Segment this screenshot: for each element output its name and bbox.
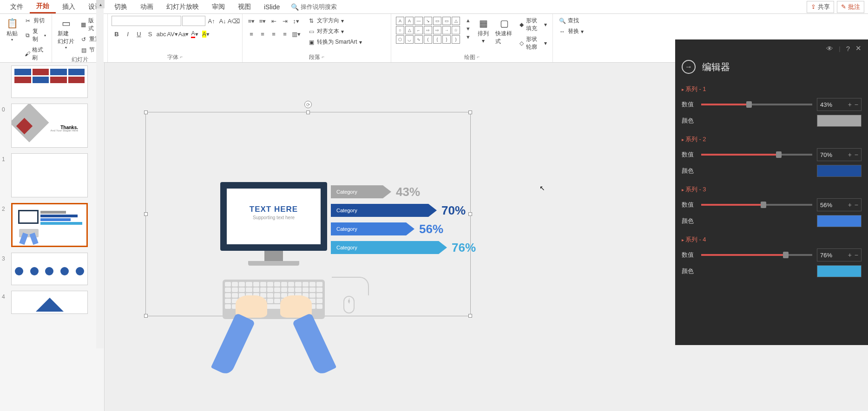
shapes-gallery[interactable]: AA—↘▭▭△ ○△⌐⇨⇨→☆ ⬡◡∿({}) — [395, 16, 461, 45]
resize-handle[interactable] — [144, 111, 148, 114]
shape-outline-button[interactable]: ◇形状轮廓▾ — [517, 34, 549, 52]
value-increase[interactable]: + — [848, 151, 852, 158]
expand-drawing[interactable]: ⌐ — [477, 54, 480, 59]
value-increase[interactable]: + — [848, 101, 852, 108]
close-icon[interactable]: ✕ — [855, 44, 861, 52]
shapes-more2[interactable]: ▾ — [463, 24, 473, 33]
resize-handle[interactable] — [468, 111, 472, 114]
resize-handle[interactable] — [144, 212, 148, 216]
tab-view[interactable]: 视图 — [231, 1, 257, 13]
highlight-button[interactable]: A▾ — [201, 29, 211, 39]
slide-thumb[interactable]: Thanks. And Your Slogan Here — [11, 104, 88, 148]
slide-thumbnails[interactable]: 0 Thanks. And Your Slogan Here 1 2 — [0, 63, 105, 411]
justify-button[interactable]: ≡ — [280, 29, 290, 39]
italic-button[interactable]: I — [123, 29, 133, 39]
align-center-button[interactable]: ≡ — [257, 29, 268, 39]
bold-button[interactable]: B — [112, 29, 122, 39]
editor-arrow-icon[interactable]: → — [682, 60, 696, 74]
tab-review[interactable]: 审阅 — [205, 1, 231, 13]
expand-paragraph[interactable]: ⌐ — [322, 54, 325, 59]
series-header[interactable]: 系列 - 4 — [682, 233, 861, 247]
font-color-button[interactable]: A▾ — [190, 29, 200, 39]
clear-format-button[interactable]: A⌫ — [229, 16, 239, 26]
align-text-button[interactable]: ▭对齐文本▾ — [306, 26, 364, 36]
share-button[interactable]: ⇪共享 — [807, 1, 834, 13]
series-header[interactable]: 系列 - 1 — [682, 82, 861, 96]
help-icon[interactable]: ? — [846, 45, 850, 52]
comment-button[interactable]: ✎批注 — [837, 1, 864, 13]
value-slider[interactable] — [701, 154, 812, 156]
case-button[interactable]: Aa▾ — [178, 29, 189, 39]
value-input[interactable]: 76% +− — [817, 248, 861, 261]
value-slider[interactable] — [701, 254, 812, 256]
series-header[interactable]: 系列 - 2 — [682, 132, 861, 146]
spacing-button[interactable]: AV▾ — [167, 29, 178, 39]
tab-insert[interactable]: 插入 — [56, 1, 82, 13]
color-picker[interactable] — [817, 165, 861, 177]
bullets-button[interactable]: ≡▾ — [246, 16, 256, 26]
text-direction-button[interactable]: ⇅文字方向▾ — [306, 16, 364, 26]
tab-slideshow[interactable]: 幻灯片放映 — [160, 1, 205, 13]
value-decrease[interactable]: − — [855, 101, 858, 108]
shapes-more3[interactable]: ▾ — [463, 33, 473, 41]
tell-me-search[interactable]: 🔍 操作说明搜索 — [286, 3, 337, 11]
decrease-font-button[interactable]: A↓ — [217, 16, 228, 26]
resize-handle[interactable] — [144, 314, 148, 318]
tab-file[interactable]: 文件 — [4, 1, 30, 13]
expand-font[interactable]: ⌐ — [180, 54, 183, 59]
tab-home[interactable]: 开始 — [30, 0, 56, 13]
convert-smartart-button[interactable]: ▣转换为 SmartArt▾ — [306, 37, 364, 47]
indent-dec-button[interactable]: ⇤ — [269, 16, 279, 26]
format-painter-button[interactable]: 🖌格式刷 — [22, 45, 48, 63]
value-input[interactable]: 56% +− — [817, 198, 861, 211]
slide-thumb[interactable] — [11, 253, 88, 285]
slide-thumb[interactable] — [11, 291, 88, 314]
underline-button[interactable]: U — [134, 29, 144, 39]
shadow-button[interactable]: abc — [156, 29, 166, 39]
columns-button[interactable]: ▥▾ — [291, 29, 301, 39]
resize-handle[interactable] — [468, 314, 472, 318]
series-header[interactable]: 系列 - 3 — [682, 183, 861, 196]
increase-font-button[interactable]: A↑ — [206, 16, 217, 26]
scroll-up[interactable]: ▴ — [96, 0, 105, 8]
tab-transitions[interactable]: 切换 — [108, 1, 134, 13]
new-slide-button[interactable]: ▭ 新建 幻灯片▾ — [56, 16, 76, 51]
indent-inc-button[interactable]: ⇥ — [280, 16, 290, 26]
replace-button[interactable]: ↔替换▾ — [557, 26, 585, 36]
value-slider[interactable] — [701, 204, 812, 206]
shape-fill-button[interactable]: ◆形状填充▾ — [517, 16, 549, 33]
quick-styles-button[interactable]: ▢ 快速样式 — [493, 16, 515, 46]
numbering-button[interactable]: ≡▾ — [257, 16, 268, 26]
resize-handle[interactable] — [306, 111, 310, 114]
color-picker[interactable] — [817, 115, 861, 127]
value-decrease[interactable]: − — [855, 201, 858, 209]
tab-islide[interactable]: iSlide — [257, 1, 286, 13]
value-slider[interactable] — [701, 104, 812, 105]
slide-thumb-selected[interactable] — [11, 203, 88, 247]
arrange-button[interactable]: ▦ 排列▾ — [475, 16, 492, 45]
slide-thumb[interactable] — [11, 153, 88, 197]
visibility-icon[interactable]: 👁 — [826, 45, 833, 52]
cut-button[interactable]: ✂剪切 — [22, 16, 48, 26]
value-increase[interactable]: + — [848, 251, 852, 259]
tab-animations[interactable]: 动画 — [134, 1, 160, 13]
strike-button[interactable]: S — [145, 29, 155, 39]
value-decrease[interactable]: − — [855, 251, 858, 259]
value-increase[interactable]: + — [848, 201, 852, 209]
color-picker[interactable] — [817, 215, 861, 227]
font-size-select[interactable] — [182, 16, 205, 26]
rotate-handle[interactable]: ⟳ — [304, 101, 312, 108]
align-left-button[interactable]: ≡ — [246, 29, 256, 39]
line-spacing-button[interactable]: ↕▾ — [291, 16, 301, 26]
shapes-more[interactable]: ▴ — [463, 16, 473, 24]
align-right-button[interactable]: ≡ — [269, 29, 279, 39]
copy-button[interactable]: ⧉复制▾ — [22, 26, 48, 44]
paste-button[interactable]: 📋 粘贴▾ — [4, 16, 20, 43]
value-input[interactable]: 43% +− — [817, 98, 861, 111]
value-decrease[interactable]: − — [855, 151, 858, 158]
font-name-select[interactable] — [112, 16, 181, 26]
value-input[interactable]: 70% +− — [817, 148, 861, 161]
color-picker[interactable] — [817, 265, 861, 277]
find-button[interactable]: 🔍查找 — [557, 16, 585, 26]
slide-thumb[interactable] — [11, 65, 88, 98]
